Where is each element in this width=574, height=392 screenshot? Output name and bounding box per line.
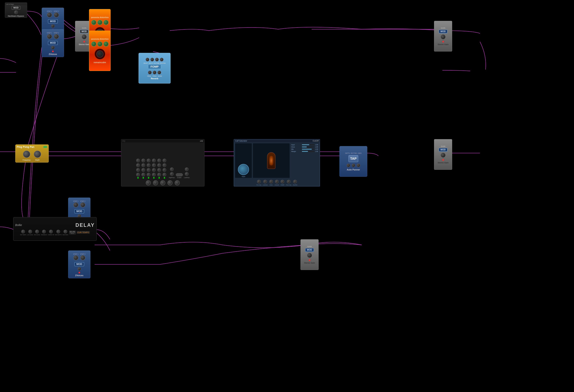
bd-k1[interactable] bbox=[21, 230, 25, 233]
tv1-step2-knob[interactable] bbox=[54, 12, 59, 17]
sg1-gain-label: GAIN bbox=[82, 27, 86, 29]
sg1-knob[interactable] bbox=[82, 34, 87, 39]
bd-k2[interactable] bbox=[28, 230, 32, 233]
bd-k5[interactable] bbox=[49, 230, 53, 233]
bd-k3[interactable] bbox=[35, 230, 39, 233]
fomp-knob5[interactable] bbox=[148, 71, 152, 74]
tv2-step2-knob[interactable] bbox=[54, 34, 59, 39]
stereo-gain-2-plugin: GAIN MOD Stereo Gain bbox=[434, 21, 452, 51]
tv2-step1-knob[interactable] bbox=[47, 34, 52, 39]
ping-pong-toggle[interactable] bbox=[43, 146, 47, 148]
fomp-knob3[interactable] bbox=[155, 58, 159, 61]
eq-band5-k1[interactable] bbox=[157, 159, 161, 162]
eq-band5-k2[interactable] bbox=[157, 163, 161, 167]
eq-band6-k3[interactable] bbox=[163, 168, 166, 172]
bd-k7[interactable] bbox=[63, 230, 67, 233]
paranoia1-title: paranoia distortion bbox=[91, 16, 109, 19]
paranoia1-knob1[interactable] bbox=[91, 20, 96, 25]
fomp-knob2[interactable] bbox=[150, 58, 154, 61]
eq-lp-k1[interactable] bbox=[185, 167, 188, 171]
eq-band3-k4[interactable] bbox=[147, 173, 150, 176]
paranoia1-knob3[interactable] bbox=[103, 20, 108, 25]
hw-bypass-plugin: Left & Right MOD Hardware Bypass bbox=[5, 2, 27, 18]
calf-k7[interactable] bbox=[293, 180, 297, 184]
two-voices-4-plugin: STEP 1 STEP 2 MOD 2Voices bbox=[68, 250, 90, 278]
calf-k5[interactable] bbox=[281, 180, 284, 184]
ap-k1[interactable] bbox=[347, 164, 350, 167]
ping-pong-depth-knob[interactable] bbox=[34, 151, 41, 158]
eq-band2-k4[interactable] bbox=[142, 173, 145, 176]
sg3-knob[interactable] bbox=[441, 153, 446, 158]
eq-band6-k2[interactable] bbox=[163, 163, 166, 167]
fomp-knob4[interactable] bbox=[160, 58, 164, 61]
eq-band3-k2[interactable] bbox=[147, 163, 150, 167]
eq-band2-k2[interactable] bbox=[142, 163, 145, 167]
eq-band1-k3[interactable] bbox=[136, 168, 140, 172]
tv4-step2-knob[interactable] bbox=[80, 255, 85, 260]
fomp-knob1[interactable] bbox=[146, 58, 149, 61]
eq-band2-k1[interactable] bbox=[142, 159, 145, 162]
paranoia2-knob2[interactable] bbox=[97, 41, 102, 46]
tv4-step1-label: STEP 1 bbox=[73, 253, 79, 255]
paranoia2-knob1[interactable] bbox=[91, 41, 96, 46]
hw-bypass-knob[interactable] bbox=[14, 10, 18, 14]
fomp-knob6[interactable] bbox=[153, 71, 156, 74]
eq-band3-k3[interactable] bbox=[147, 168, 150, 172]
auto-panner-tap-button[interactable]: TAP bbox=[348, 155, 358, 162]
eq-main-k2[interactable] bbox=[153, 180, 158, 185]
eq-band4-k1[interactable] bbox=[152, 159, 156, 162]
fomp-knob7[interactable] bbox=[158, 71, 161, 74]
ap-k2[interactable] bbox=[351, 164, 355, 167]
calf-k6[interactable] bbox=[287, 180, 290, 184]
calf-k4[interactable] bbox=[275, 180, 279, 184]
calf-k3[interactable] bbox=[269, 180, 273, 184]
eq-band3-k1[interactable] bbox=[147, 159, 150, 162]
eq-main-k1[interactable] bbox=[146, 180, 151, 185]
eq-enable-toggle[interactable] bbox=[176, 173, 183, 176]
eq-x42-plugin: EQ x42 bbox=[121, 139, 205, 186]
tv1-step1-knob[interactable] bbox=[47, 12, 52, 17]
eq-hp-k2[interactable] bbox=[170, 172, 174, 176]
tv3-step1-knob[interactable] bbox=[73, 202, 78, 207]
eq-band1-k4[interactable] bbox=[136, 173, 140, 176]
eq-main-k5[interactable] bbox=[175, 180, 180, 185]
tv3-step2-label: STEP 2 bbox=[80, 200, 85, 202]
auto-panner-label: Auto Panner bbox=[347, 168, 360, 171]
ping-pong-freq-knob[interactable] bbox=[23, 151, 30, 158]
paranoia1-knob2[interactable] bbox=[97, 20, 102, 25]
tv1-main-knob[interactable] bbox=[51, 24, 55, 28]
calf-k1[interactable] bbox=[257, 180, 261, 184]
eq-band4-k2[interactable] bbox=[152, 163, 156, 167]
bd-k6[interactable] bbox=[57, 230, 60, 233]
calf-title: Calf Saturator bbox=[235, 140, 247, 142]
eq-hp-k1[interactable] bbox=[170, 167, 174, 171]
eq-band6-k4[interactable] bbox=[163, 173, 166, 176]
eq-main-k4[interactable] bbox=[167, 180, 172, 185]
tv2-main-knob[interactable] bbox=[51, 46, 55, 49]
bd-k4[interactable] bbox=[42, 230, 46, 233]
eq-band1-k1[interactable] bbox=[136, 159, 140, 162]
eq-band6-k1[interactable] bbox=[163, 159, 166, 162]
tv4-main-knob[interactable] bbox=[78, 267, 81, 271]
tv2-step1-label: STEP 1 bbox=[47, 32, 52, 34]
paranoia-2-plugin: paranoia distortion remaincalm bbox=[89, 31, 111, 71]
calf-input-knob[interactable] bbox=[238, 164, 249, 175]
sg2-knob[interactable] bbox=[441, 34, 446, 39]
eq-band2-k3[interactable] bbox=[142, 168, 145, 172]
eq-led2 bbox=[143, 177, 144, 178]
paranoia2-knob3[interactable] bbox=[103, 41, 108, 46]
eq-band5-k3[interactable] bbox=[157, 168, 161, 172]
tv4-step1-knob[interactable] bbox=[73, 255, 78, 260]
tv3-step2-knob[interactable] bbox=[80, 202, 85, 207]
eq-band5-k4[interactable] bbox=[157, 173, 161, 176]
eq-main-k3[interactable] bbox=[160, 180, 165, 185]
eq-lp-k2[interactable] bbox=[185, 172, 188, 176]
calf-k2[interactable] bbox=[263, 180, 267, 184]
eq-band1-k2[interactable] bbox=[136, 163, 140, 167]
bollie-brand: Bollie bbox=[15, 224, 22, 227]
ap-k3[interactable] bbox=[357, 164, 360, 167]
sg4-label: Stereo Gain bbox=[304, 262, 315, 264]
sg4-knob[interactable] bbox=[307, 253, 312, 258]
eq-band4-k3[interactable] bbox=[152, 168, 156, 172]
eq-band4-k4[interactable] bbox=[152, 173, 156, 176]
